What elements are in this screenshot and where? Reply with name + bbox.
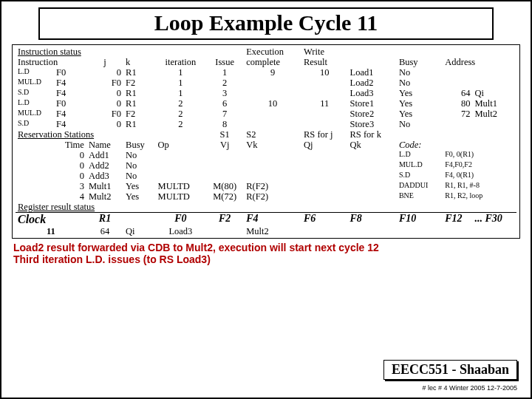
addr [443, 67, 472, 78]
f10: F10 [397, 213, 443, 226]
slide-title: Loop Example Cycle 11 [38, 7, 494, 40]
rs-qj: Qj [301, 140, 348, 150]
code-op: L.D [397, 150, 443, 160]
hdr-istat: Instruction status [16, 47, 156, 57]
hdr-k: k [123, 57, 155, 67]
op: L.D [16, 67, 54, 78]
qi-label: Qi [123, 226, 155, 236]
hdr-instr: Instruction [16, 57, 86, 67]
f0: F0 [156, 213, 206, 226]
rs-title: Reservation Stations [16, 129, 156, 140]
clock-r1: R1 [86, 213, 123, 226]
issue: 1 [205, 67, 244, 78]
instr-row: L.D F0 0 R1 1 1 9 10 Load1 No [16, 67, 516, 78]
clock-value-row: 11 64 Qi Load3 Mult2 [16, 226, 516, 236]
hdr-exec: Execution [244, 47, 301, 57]
dst: F0 [54, 67, 86, 78]
note-line-1: Load2 result forwarded via CDB to Mult2,… [13, 242, 519, 253]
rs-op: Op [156, 140, 206, 150]
f2: F2 [205, 213, 244, 226]
main-table-frame: Instruction status Execution Write Instr… [12, 44, 520, 239]
rs-rsk: RS for k [348, 129, 397, 140]
instr-row: S.DF4 0R1 28 Store3No [16, 119, 516, 129]
rs-row: 0 Add3No S.D F4, 0(R1) [16, 171, 516, 181]
hdr-result: Result [301, 57, 348, 67]
f12: F12 [443, 213, 472, 226]
rs-row: 3 Mult1Yes MULTDM(80) R(F2) DADDUI R1, R… [16, 181, 516, 191]
fu: Load1 [348, 67, 397, 78]
r1-val: 64 [86, 226, 123, 236]
rs-name: Name [86, 140, 123, 150]
f8: F8 [348, 213, 397, 226]
f6: F6 [301, 213, 348, 226]
rs-rsj: RS for j [301, 129, 348, 140]
main-table: Instruction status Execution Write Instr… [16, 47, 516, 236]
clock-header-row: Clock R1 F0 F2 F4 F6 F8 F10 F12 ... F30 [16, 213, 516, 226]
clock-label: Clock [16, 213, 86, 226]
addrq [472, 67, 516, 78]
busy: No [397, 67, 443, 78]
rs-vj: Vj [205, 140, 244, 150]
footer-box: EECC551 - Shaaban [383, 360, 517, 380]
hdr-write: Write [301, 47, 348, 57]
rs-time: Time [54, 140, 86, 150]
instr-row: MUL.DF4 F0F2 12 Load2No [16, 78, 516, 88]
hdr-iter: iteration [156, 57, 206, 67]
hdr-j: j [86, 57, 123, 67]
rs-row: 0 Add1No L.D F0, 0(R1) [16, 150, 516, 160]
j: 0 [86, 67, 123, 78]
rs-busy: Busy [123, 140, 155, 150]
clock-cycle: 11 [16, 226, 86, 236]
rs-vk: Vk [244, 140, 301, 150]
f4: F4 [244, 213, 301, 226]
result: 10 [301, 67, 348, 78]
iter: 1 [156, 67, 206, 78]
code-args: F0, 0(R1) [443, 150, 516, 160]
rs-s2: S2 [244, 129, 301, 140]
rs-row: 0 Add2No MUL.D F4,F0,F2 [16, 160, 516, 171]
hdr-issue: Issue [205, 57, 244, 67]
rs-qk: Qk [348, 140, 397, 150]
footer-small: # lec # 4 Winter 2005 12-7-2005 [422, 384, 517, 392]
complete: 9 [244, 67, 301, 78]
rs-s1: S1 [205, 129, 244, 140]
k: R1 [123, 67, 155, 78]
footnotes: Load2 result forwarded via CDB to Mult2,… [13, 242, 519, 265]
regstat-title: Register result status [16, 202, 156, 213]
hdr-busy: Busy [397, 57, 443, 67]
instr-row: MUL.DF4 F0F2 27 Store2Yes 72Mult2 [16, 109, 516, 119]
code-hdr: Code: [397, 140, 443, 150]
hdr-addr: Address [443, 57, 516, 67]
rs-row: 4 Mult2Yes MULTDM(72) R(F2) BNE R1, R2, … [16, 191, 516, 202]
instr-row: L.DF0 0R1 26 1011 Store1Yes 80Mult1 [16, 98, 516, 109]
instr-row: S.DF4 0R1 13 Load3Yes 64Qi [16, 88, 516, 98]
hdr-complete: complete [244, 57, 301, 67]
note-line-2: Third iteration L.D. issues (to RS Load3… [13, 253, 519, 265]
